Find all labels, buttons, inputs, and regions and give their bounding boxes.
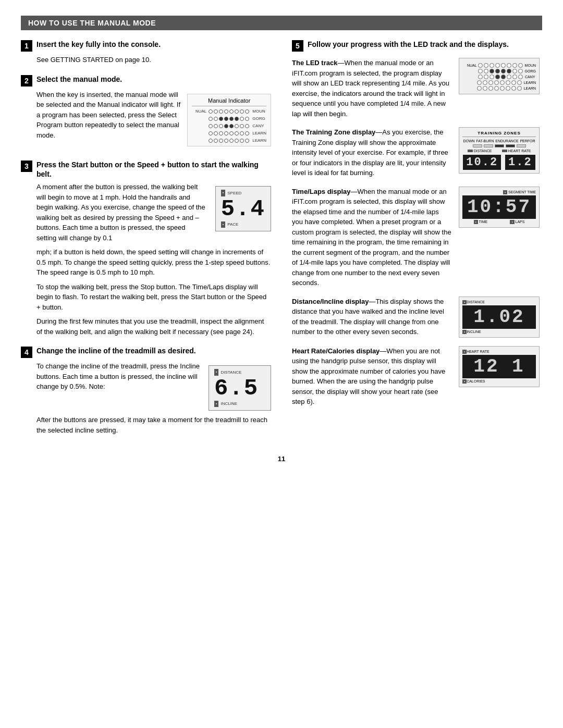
dot xyxy=(209,109,213,114)
speed-top-label: ▪ SPEED xyxy=(221,190,265,196)
pace-label-rect: ▪ xyxy=(221,221,225,228)
led-dot xyxy=(495,69,500,73)
step-4-title: Change the incline of the treadmill as d… xyxy=(36,346,196,355)
time-number: 10:57 xyxy=(462,195,536,219)
led-paragraph: The LED track—When the manual mode or an… xyxy=(292,58,451,119)
mi-right-5: LEARN xyxy=(252,138,266,144)
heartrate-section: Heart Rate/Calories display—When you are… xyxy=(292,346,542,407)
led-dot xyxy=(512,63,517,68)
step-3: 3 Press the Start button or the Speed + … xyxy=(21,160,271,337)
distance-display-box: ▪ DISTANCE 1.02 ▪ INCLINE xyxy=(459,297,542,338)
led-dot xyxy=(517,86,522,91)
led-dots-2 xyxy=(478,69,523,73)
step-2-header: 2 Select the manual mode. xyxy=(21,75,271,87)
led-dot xyxy=(478,63,483,68)
speed-number: 5.4 xyxy=(221,198,265,220)
dot xyxy=(224,124,228,128)
training-section: The Training Zone display—As you exercis… xyxy=(292,127,542,178)
training-display-box: TRAINING ZONES DOWN FAT-BURN ENDURANCE P… xyxy=(459,127,542,174)
led-grid: NUAL xyxy=(462,63,536,91)
tz-distance-label: DISTANCE xyxy=(474,149,492,153)
hr-bottom: ▪ CALORIES xyxy=(462,379,536,384)
dot xyxy=(219,117,223,121)
pace-label-text: PACE xyxy=(227,221,238,228)
led-dots-1 xyxy=(478,63,523,68)
speed-label-text: SPEED xyxy=(227,190,241,196)
mi-dots-5 xyxy=(209,139,249,143)
calories-rect: ▪ xyxy=(462,379,467,384)
tz-ind-1 xyxy=(473,144,482,147)
step-4: 4 Change the incline of the treadmill as… xyxy=(21,346,271,435)
led-dot xyxy=(517,80,522,85)
tz-zone-1: DOWN xyxy=(463,139,474,143)
dot xyxy=(209,131,213,135)
tz-rect-distance xyxy=(468,150,473,152)
tz-heartrate-label: HEART RATE xyxy=(508,149,531,153)
led-display-box: NUAL xyxy=(459,58,542,94)
manual-indicator-display: Manual Indicator NUAL xyxy=(187,90,271,151)
time-display: ▪ SEGMENT TIME 10:57 ▪ TIME ▪ xyxy=(459,187,540,228)
step-1-title: Insert the key fully into the console. xyxy=(36,40,161,49)
dot xyxy=(245,139,249,143)
right-column: 5 Follow your progress with the LED trac… xyxy=(292,40,542,445)
td-top: ▪ SEGMENT TIME xyxy=(462,190,536,194)
distance-bold: Distance/Incline display xyxy=(292,298,369,305)
incline-bottom-rect: ▪ xyxy=(214,401,218,408)
dot xyxy=(209,117,213,121)
dd-top: ▪ DISTANCE xyxy=(462,300,536,304)
led-row-1: NUAL xyxy=(462,63,536,68)
tz-number-2: 1.2 xyxy=(505,155,535,170)
hr-top: ▪ HEART RATE xyxy=(462,350,536,354)
dd-bottom: ▪ INCLINE xyxy=(462,330,536,334)
led-row-2: GORG xyxy=(462,69,536,73)
step-4-number: 4 xyxy=(21,347,32,358)
speed-display: ▪ SPEED 5.4 ▪ PACE xyxy=(215,186,271,231)
training-paragraph: The Training Zone display—As you exercis… xyxy=(292,127,451,178)
led-dot xyxy=(488,86,493,91)
mi-row-3: CANY xyxy=(192,123,266,129)
laps-label-container: ▪ LAPS xyxy=(510,220,524,224)
led-dot xyxy=(512,69,517,73)
laps-rect: ▪ xyxy=(510,220,514,224)
time-rect: ▪ xyxy=(474,220,478,224)
led-dot xyxy=(507,75,511,79)
led-dot xyxy=(501,63,506,68)
mi-dots-1 xyxy=(209,109,249,114)
step-1-header: 1 Insert the key fully into the console. xyxy=(21,40,271,52)
td-bottom: ▪ TIME ▪ LAPS xyxy=(462,220,536,224)
heartrate-bold: Heart Rate/Calories display xyxy=(292,347,380,355)
timelaps-text: Time/Laps display—When the manual mode o… xyxy=(292,187,451,288)
heartrate-paragraph: Heart Rate/Calories display—When you are… xyxy=(292,346,451,407)
dist-label: DISTANCE xyxy=(467,300,485,304)
step-3-text-block: A moment after the button is pressed, th… xyxy=(36,182,207,247)
mi-row-5: LEARN xyxy=(192,138,266,144)
td-top-right: ▪ SEGMENT TIME xyxy=(503,190,536,194)
time-label: TIME xyxy=(479,220,488,224)
led-dot xyxy=(511,80,516,85)
timelaps-paragraph: Time/Laps display—When the manual mode o… xyxy=(292,187,451,288)
dot xyxy=(229,109,234,114)
section-header: HOW TO USE THE MANUAL MODE xyxy=(21,16,542,30)
dot xyxy=(235,124,239,128)
led-dot xyxy=(484,63,488,68)
led-dot xyxy=(494,86,499,91)
dot xyxy=(214,131,218,135)
led-dot xyxy=(489,75,494,79)
timelaps-display-box: ▪ SEGMENT TIME 10:57 ▪ TIME ▪ xyxy=(459,187,542,228)
tz-ind-2 xyxy=(484,144,493,147)
step-3-text1: A moment after the button is pressed, th… xyxy=(36,182,207,243)
dist-rect: ▪ xyxy=(462,300,467,304)
tz-zone-4: PERFOR xyxy=(520,139,535,143)
led-dot xyxy=(500,86,505,91)
dot xyxy=(224,117,228,121)
mi-row-2: GORG xyxy=(192,116,266,122)
dot xyxy=(219,131,223,135)
heart-rate-number: 12 1 xyxy=(462,355,536,378)
step-3-text2: mph; if a button is held down, the speed… xyxy=(36,247,271,278)
incline2-rect: ▪ xyxy=(462,330,467,334)
step-4-inline: To change the incline of the treadmill, … xyxy=(36,361,271,415)
mi-row-1: NUAL xyxy=(192,108,266,115)
led-dot xyxy=(507,69,511,73)
led-row-5: LEARN xyxy=(462,86,536,91)
step-1-number: 1 xyxy=(21,40,32,52)
